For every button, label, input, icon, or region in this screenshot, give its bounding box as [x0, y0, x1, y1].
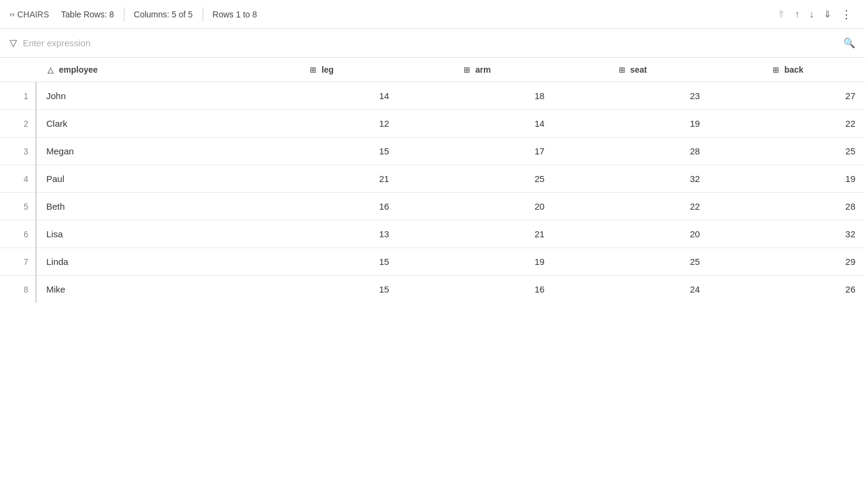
cell-employee: John	[36, 82, 243, 110]
col-header-employee[interactable]: △ employee	[36, 58, 243, 82]
sort-down-icon: ↓	[809, 9, 814, 20]
cell-back: 26	[709, 276, 865, 303]
back-col-label: back	[784, 65, 804, 74]
cell-seat: 28	[554, 138, 710, 165]
filter-icon[interactable]: ▽	[10, 37, 17, 49]
more-options-button[interactable]: ⋮	[837, 5, 855, 23]
row-number: 1	[0, 82, 36, 110]
cell-employee: Linda	[36, 248, 243, 276]
row-number: 6	[0, 220, 36, 248]
sort-up-icon: ↑	[795, 9, 799, 20]
cell-arm: 20	[399, 193, 554, 220]
table-row: 2 Clark 12 14 19 22	[0, 110, 865, 138]
leg-col-icon: ⊞	[308, 65, 318, 74]
cell-arm: 25	[399, 165, 554, 193]
cell-leg: 15	[243, 248, 399, 276]
row-number: 3	[0, 138, 36, 165]
cell-arm: 19	[399, 248, 554, 276]
cell-leg: 13	[243, 220, 399, 248]
seat-col-label: seat	[630, 65, 647, 74]
cell-employee: Paul	[36, 165, 243, 193]
cell-seat: 32	[554, 165, 710, 193]
filter-input[interactable]	[23, 38, 837, 48]
filter-bar: ▽ 🔍	[0, 29, 865, 58]
cell-back: 22	[709, 110, 865, 138]
rows-stat: Rows 1 to 8	[213, 10, 257, 19]
table-body: 1 John 14 18 23 27 2 Clark 12 14 19 22 3…	[0, 82, 865, 303]
seat-col-icon: ⊞	[617, 65, 626, 74]
table-row: 1 John 14 18 23 27	[0, 82, 865, 110]
cell-back: 32	[709, 220, 865, 248]
cell-seat: 23	[554, 82, 710, 110]
cell-arm: 21	[399, 220, 554, 248]
cell-back: 25	[709, 138, 865, 165]
cell-back: 28	[709, 193, 865, 220]
search-icon[interactable]: 🔍	[843, 37, 855, 49]
back-button[interactable]: ‹‹ CHAIRS	[10, 10, 49, 19]
row-number: 7	[0, 248, 36, 276]
table-rows-stat: Table Rows: 8	[61, 10, 114, 19]
back-col-icon: ⊞	[771, 65, 781, 74]
cell-back: 27	[709, 82, 865, 110]
cell-arm: 14	[399, 110, 554, 138]
col-header-seat[interactable]: ⊞ seat	[554, 58, 710, 82]
sort-top-icon: ⇑	[777, 8, 785, 20]
cell-leg: 15	[243, 276, 399, 303]
cell-leg: 12	[243, 110, 399, 138]
columns-stat: Columns: 5 of 5	[134, 10, 193, 19]
table-header-row: △ employee ⊞ leg ⊞ arm	[0, 58, 865, 82]
toolbar: ‹‹ CHAIRS Table Rows: 8 Columns: 5 of 5 …	[0, 0, 865, 29]
sort-actions: ⇑ ↑ ↓ ⇓ ⋮	[774, 5, 855, 23]
divider-1	[124, 7, 124, 22]
arm-col-label: arm	[475, 65, 491, 74]
cell-employee: Megan	[36, 138, 243, 165]
row-number: 5	[0, 193, 36, 220]
sort-bottom-icon: ⇓	[824, 8, 831, 20]
cell-leg: 16	[243, 193, 399, 220]
cell-employee: Mike	[36, 276, 243, 303]
sort-up-button[interactable]: ↑	[791, 7, 803, 22]
employee-col-icon: △	[46, 65, 55, 74]
table-title: CHAIRS	[17, 10, 49, 19]
arm-col-icon: ⊞	[462, 65, 472, 74]
cell-seat: 20	[554, 220, 710, 248]
table-row: 6 Lisa 13 21 20 32	[0, 220, 865, 248]
cell-arm: 16	[399, 276, 554, 303]
leg-col-label: leg	[322, 65, 334, 74]
cell-seat: 24	[554, 276, 710, 303]
cell-arm: 17	[399, 138, 554, 165]
sort-bottom-button[interactable]: ⇓	[820, 6, 835, 22]
employee-col-label: employee	[59, 65, 98, 74]
col-header-arm[interactable]: ⊞ arm	[399, 58, 554, 82]
table-row: 7 Linda 15 19 25 29	[0, 248, 865, 276]
row-num-header	[0, 58, 36, 82]
cell-leg: 15	[243, 138, 399, 165]
cell-back: 29	[709, 248, 865, 276]
cell-back: 19	[709, 165, 865, 193]
col-header-leg[interactable]: ⊞ leg	[243, 58, 399, 82]
chairs-table: △ employee ⊞ leg ⊞ arm	[0, 58, 865, 303]
row-number: 4	[0, 165, 36, 193]
table-row: 4 Paul 21 25 32 19	[0, 165, 865, 193]
cell-employee: Lisa	[36, 220, 243, 248]
chevron-left-icon: ‹‹	[10, 10, 15, 19]
table-row: 8 Mike 15 16 24 26	[0, 276, 865, 303]
col-header-back[interactable]: ⊞ back	[709, 58, 865, 82]
divider-2	[203, 7, 203, 22]
table-row: 5 Beth 16 20 22 28	[0, 193, 865, 220]
cell-seat: 19	[554, 110, 710, 138]
more-icon: ⋮	[841, 8, 852, 21]
sort-top-button[interactable]: ⇑	[774, 6, 789, 22]
cell-seat: 25	[554, 248, 710, 276]
cell-employee: Beth	[36, 193, 243, 220]
row-number: 2	[0, 110, 36, 138]
data-table: △ employee ⊞ leg ⊞ arm	[0, 58, 865, 303]
table-row: 3 Megan 15 17 28 25	[0, 138, 865, 165]
cell-leg: 21	[243, 165, 399, 193]
cell-employee: Clark	[36, 110, 243, 138]
cell-arm: 18	[399, 82, 554, 110]
cell-seat: 22	[554, 193, 710, 220]
cell-leg: 14	[243, 82, 399, 110]
sort-down-button[interactable]: ↓	[805, 7, 818, 22]
row-number: 8	[0, 276, 36, 303]
